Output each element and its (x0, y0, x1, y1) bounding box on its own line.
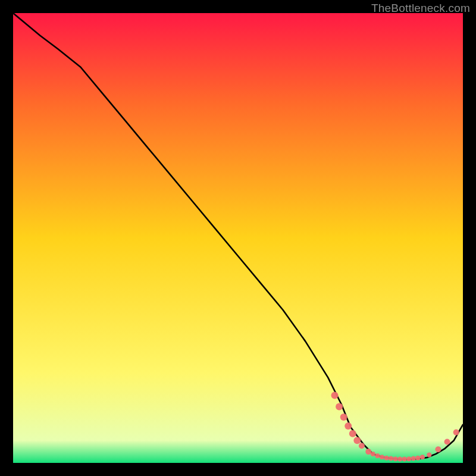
frame: TheBottleneck.com (0, 0, 476, 476)
svg-point-8 (365, 449, 371, 455)
svg-point-2 (336, 403, 343, 411)
svg-point-19 (415, 456, 420, 461)
svg-point-14 (393, 456, 398, 461)
svg-point-10 (375, 453, 380, 458)
svg-point-12 (384, 456, 389, 461)
svg-point-6 (353, 437, 361, 444)
svg-point-7 (359, 443, 365, 449)
svg-point-24 (453, 430, 459, 436)
svg-point-11 (380, 455, 384, 459)
chart-svg (13, 13, 463, 463)
svg-point-18 (411, 456, 416, 461)
svg-point-13 (389, 456, 393, 461)
svg-point-4 (345, 422, 352, 430)
svg-point-21 (427, 452, 431, 457)
plot-area (13, 13, 463, 463)
svg-point-9 (371, 452, 375, 456)
svg-point-5 (349, 430, 356, 437)
svg-point-3 (340, 414, 347, 421)
svg-point-23 (444, 439, 450, 444)
svg-point-22 (435, 446, 441, 452)
svg-point-20 (420, 455, 425, 459)
svg-point-16 (402, 457, 407, 462)
svg-rect-0 (13, 13, 463, 463)
svg-point-15 (397, 457, 402, 462)
svg-point-1 (331, 392, 339, 399)
svg-point-17 (406, 456, 411, 461)
